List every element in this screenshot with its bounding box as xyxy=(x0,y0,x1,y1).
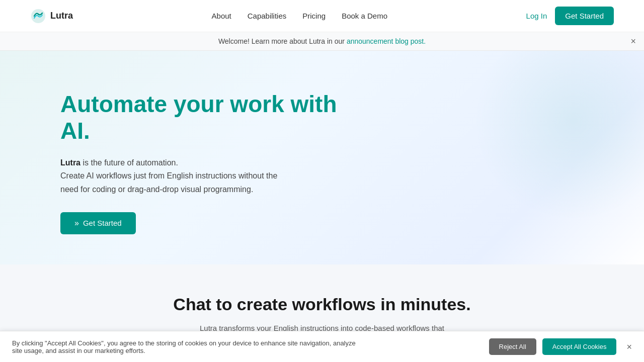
cookie-banner: By clicking "Accept All Cookies", you ag… xyxy=(0,331,644,362)
announcement-close-button[interactable]: × xyxy=(630,37,636,46)
logo-text: Lutra xyxy=(50,11,73,21)
nav-pricing[interactable]: Pricing xyxy=(302,12,326,20)
hero-brand: Lutra xyxy=(60,158,80,167)
announcement-banner: Welcome! Learn more about Lutra in our a… xyxy=(0,32,644,51)
navbar: Lutra About Capabilities Pricing Book a … xyxy=(0,0,644,32)
accept-cookies-button[interactable]: Accept All Cookies xyxy=(542,338,617,355)
logo-icon xyxy=(30,8,46,24)
logo[interactable]: Lutra xyxy=(30,8,73,24)
hero-section: Automate your work with AI. Lutra is the… xyxy=(0,51,644,264)
get-started-hero-label: Get Started xyxy=(83,219,122,227)
hero-desc-text: is the future of automation.Create AI wo… xyxy=(60,158,277,194)
nav-capabilities[interactable]: Capabilities xyxy=(248,12,287,20)
cookie-close-button[interactable]: × xyxy=(626,342,632,351)
get-started-hero-button[interactable]: » Get Started xyxy=(60,212,136,234)
hero-description: Lutra is the future of automation.Create… xyxy=(60,156,342,196)
nav-actions: Log In Get Started xyxy=(526,7,614,25)
announcement-link[interactable]: announcement blog post. xyxy=(347,37,426,45)
get-started-nav-button[interactable]: Get Started xyxy=(555,7,614,25)
nav-book-demo[interactable]: Book a Demo xyxy=(342,12,387,20)
reject-cookies-button[interactable]: Reject All xyxy=(489,338,536,355)
announcement-text: Welcome! Learn more about Lutra in our xyxy=(218,37,347,45)
hero-content: Automate your work with AI. Lutra is the… xyxy=(60,91,342,234)
hero-headline: Automate your work with AI. xyxy=(60,91,342,144)
cookie-actions: Reject All Accept All Cookies × xyxy=(489,338,632,355)
nav-links: About Capabilities Pricing Book a Demo xyxy=(212,12,388,20)
login-button[interactable]: Log In xyxy=(526,12,547,20)
section-title: Chat to create workflows in minutes. xyxy=(30,295,614,314)
arrow-icon: » xyxy=(74,219,79,228)
cookie-text: By clicking "Accept All Cookies", you ag… xyxy=(12,339,364,354)
nav-about[interactable]: About xyxy=(212,12,231,20)
